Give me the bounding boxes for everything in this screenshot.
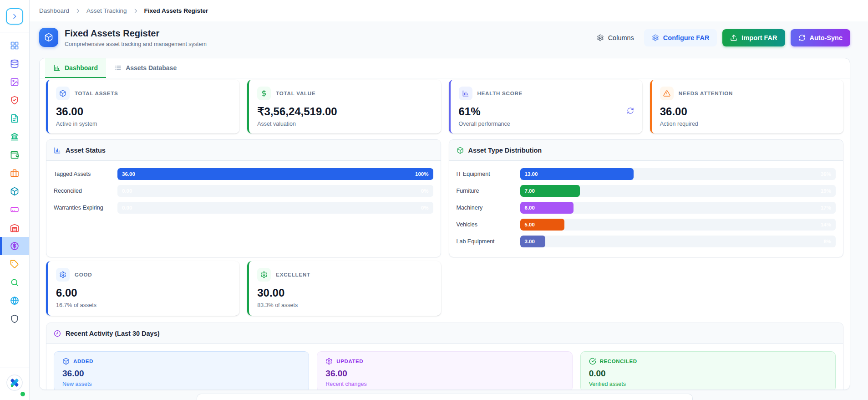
stat-subtitle: Overall performance [459,121,634,127]
sidebar-item-media[interactable] [0,73,29,91]
online-status-dot [20,392,25,396]
refresh-icon [627,107,634,114]
list-icon [114,64,122,72]
sidebar-item-search[interactable] [0,273,29,292]
bar-percent: 8% [823,239,831,244]
warning-icon [660,87,674,100]
bar-track: 36.00 100% [117,168,433,180]
sidebar-item-database[interactable] [0,55,29,73]
asset-status-panel: Asset Status Tagged Assets 36.00 100% [46,139,441,257]
tab-dashboard[interactable]: Dashboard [45,58,106,78]
refresh-health-score-button[interactable] [627,107,634,114]
sidebar-item-security[interactable] [0,310,29,328]
sidebar-item-institution[interactable] [0,128,29,146]
sidebar [0,0,30,400]
bar-chart-icon [54,147,61,154]
status-row-warranties-expiring: Warranties Expiring 0.00 0% [54,202,433,214]
grade-card-excellent: EXCELLENT 30.00 83.3% of assets [247,261,441,316]
bar-value: 6.00 [525,205,535,210]
import-far-button-label: Import FAR [741,34,777,41]
gear-icon [597,34,604,41]
shield-icon [10,314,19,323]
status-row-reconciled: Reconciled 0.00 0% [54,185,433,197]
app-logo[interactable] [6,374,23,393]
tab-dashboard-label: Dashboard [65,64,98,72]
distribution-row-it-equipment: IT Equipment 13.00 36% [457,168,836,180]
stat-value: 61% [459,105,634,118]
grade-value: 6.00 [56,287,231,299]
sidebar-item-documents[interactable] [0,109,29,128]
sidebar-item-compliance[interactable] [0,91,29,109]
tab-assets-database-label: Assets Database [126,64,177,72]
sidebar-toggle-button[interactable] [6,8,23,25]
breadcrumb-asset-tracking[interactable]: Asset Tracking [86,7,127,14]
database-icon [10,59,19,68]
bar-track: 3.00 8% [520,236,836,247]
activity-cards-row: ADDED 36.00 New assets UPDATED 36. [54,351,836,390]
breadcrumb-current: Fixed Assets Register [144,7,208,14]
panel-title: Asset Type Distribution [468,147,542,154]
bar-label: Reconciled [54,188,117,194]
bar-value: 5.00 [525,222,535,227]
auto-sync-button[interactable]: Auto-Sync [791,29,851,46]
configure-far-button[interactable]: Configure FAR [644,29,717,46]
search-icon [10,278,19,287]
activity-label: RECONCILED [600,359,637,364]
stat-value: 36.00 [660,105,835,118]
columns-button[interactable]: Columns [592,29,639,46]
tag-icon [10,260,19,269]
globe-icon [10,296,19,305]
bar-fill [117,168,433,180]
sidebar-item-portfolio[interactable] [0,164,29,182]
gear-icon [652,34,659,41]
activity-subtitle: New assets [62,381,300,387]
page-subtitle: Comprehensive asset tracking and managem… [65,41,207,47]
bar-label: Warranties Expiring [54,205,117,211]
bar-value: 13.00 [525,171,538,177]
bar-percent: 17% [821,205,831,210]
check-circle-icon [589,358,596,365]
chevron-right-icon [75,8,81,14]
activity-value: 0.00 [589,369,827,379]
bar-label: Furniture [457,188,520,194]
breadcrumb-dashboard[interactable]: Dashboard [39,7,69,14]
bar-value: 3.00 [525,239,535,244]
sidebar-item-web[interactable] [0,292,29,310]
stat-card-total-value: TOTAL VALUE ₹3,56,24,519.00 Asset valuat… [247,80,441,133]
image-icon [10,77,19,87]
bar-percent: 0% [421,205,429,210]
sidebar-item-assets[interactable] [0,182,29,200]
bar-label: IT Equipment [457,171,520,177]
tab-assets-database[interactable]: Assets Database [106,58,185,78]
stat-label: TOTAL VALUE [276,91,315,96]
tab-container: Dashboard Assets Database TOTAL ASSETS 3 [39,58,850,390]
columns-button-label: Columns [608,34,634,41]
dashboard-tab-body: TOTAL ASSETS 36.00 Active in system TOTA… [40,78,850,390]
import-far-button[interactable]: Import FAR [722,29,785,46]
asset-type-distribution-panel: Asset Type Distribution IT Equipment 13.… [449,139,844,257]
bank-icon [10,132,19,141]
stat-cards-row: TOTAL ASSETS 36.00 Active in system TOTA… [46,80,843,133]
bar-percent: 36% [821,171,831,177]
sidebar-item-warehouse[interactable] [0,219,29,237]
upload-icon [730,34,737,41]
grade-label: EXCELLENT [276,272,310,277]
stat-card-total-assets: TOTAL ASSETS 36.00 Active in system [46,80,239,133]
activity-card-added: ADDED 36.00 New assets [54,351,309,390]
sidebar-item-fixed-assets[interactable] [0,237,29,255]
grade-label: GOOD [75,272,92,277]
bar-track: 0.00 0% [117,202,433,214]
topbar: Dashboard Asset Tracking Fixed Assets Re… [30,0,868,21]
bar-track: 13.00 36% [520,168,836,180]
sidebar-item-storage[interactable] [0,200,29,219]
grade-subtitle: 83.3% of assets [257,302,432,308]
dollar-circle-icon [10,241,19,251]
stat-card-needs-attention: NEEDS ATTENTION 36.00 Action required [650,80,843,133]
file-icon [10,114,19,123]
cube-icon [457,147,464,154]
sidebar-item-dashboard[interactable] [0,36,29,55]
recent-activity-panel: Recent Activity (Last 30 Days) ADDED 36.… [46,323,843,390]
sidebar-item-tags[interactable] [0,255,29,273]
status-row-tagged-assets: Tagged Assets 36.00 100% [54,168,433,180]
sidebar-item-wallet[interactable] [0,146,29,164]
